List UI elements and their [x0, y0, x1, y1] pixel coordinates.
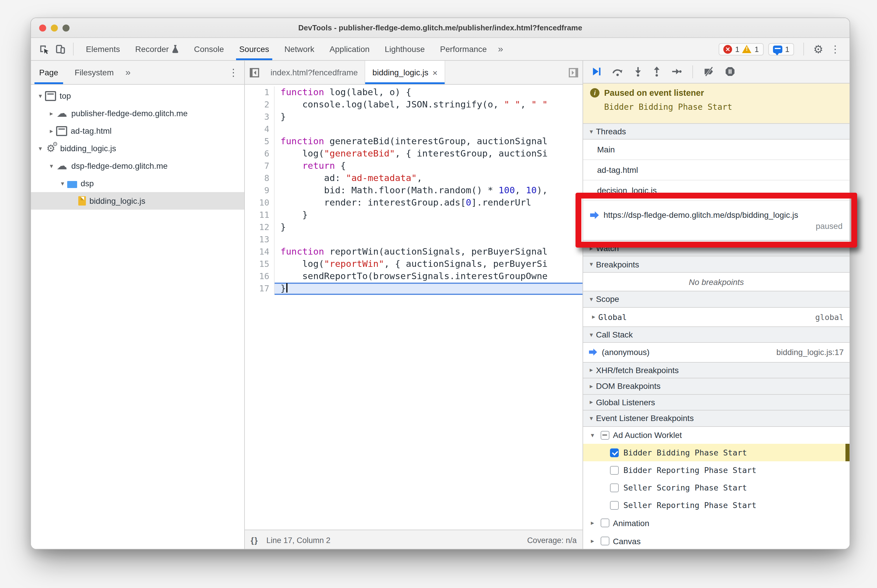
code-line-6[interactable]: 6 log("generateBid", { interestGroup, au…: [245, 148, 582, 160]
tree-item-dsp-fledge-demo-glitch-me[interactable]: ▾☁dsp-fledge-demo.glitch.me: [31, 157, 244, 175]
event-breakpoint-seller-reporting-phase-start[interactable]: Seller Reporting Phase Start: [583, 496, 850, 514]
section-threads[interactable]: Threads: [583, 123, 850, 140]
resume-script-icon[interactable]: [591, 67, 601, 77]
event-breakpoint-bidder-reporting-phase-start[interactable]: Bidder Reporting Phase Start: [583, 461, 850, 479]
messages-badge[interactable]: 1: [768, 43, 794, 55]
expand-icon[interactable]: ▸: [589, 313, 598, 321]
code-line-content[interactable]: return {: [275, 160, 582, 172]
code-line-content[interactable]: }: [275, 221, 582, 234]
editor-tab-bidding-logic[interactable]: bidding_logic.js ×: [366, 61, 445, 84]
code-line-1[interactable]: 1function log(label, o) {: [245, 86, 582, 99]
line-number[interactable]: 11: [245, 209, 275, 221]
inspect-element-icon[interactable]: [36, 41, 52, 57]
code-line-14[interactable]: 14function reportWin(auctionSignals, per…: [245, 246, 582, 258]
code-line-content[interactable]: function reportWin(auctionSignals, perBu…: [275, 246, 582, 258]
line-number[interactable]: 2: [245, 99, 275, 111]
code-line-content[interactable]: bid: Math.floor(Math.random() * 100, 10)…: [275, 184, 582, 197]
thread-row-decision-logic-js[interactable]: decision_logic.js: [583, 181, 850, 201]
line-number[interactable]: 10: [245, 197, 275, 209]
code-line-content[interactable]: }: [275, 209, 582, 221]
tree-item-bidding-logic-js[interactable]: ▾⚙bidding_logic.js: [31, 140, 244, 157]
section-call-stack[interactable]: Call Stack: [583, 326, 850, 343]
code-line-content[interactable]: render: interestGroup.ads[0].renderUrl: [275, 197, 582, 209]
tab-filesystem[interactable]: Filesystem: [66, 61, 122, 84]
code-line-4[interactable]: 4: [245, 123, 582, 135]
line-number[interactable]: 16: [245, 270, 275, 283]
thread-row-main[interactable]: Main: [583, 140, 850, 160]
tree-item-ad-tag-html[interactable]: ▸ad-tag.html: [31, 122, 244, 140]
code-line-16[interactable]: 16 sendReportTo(browserSignals.interestG…: [245, 270, 582, 283]
pause-on-exceptions-icon[interactable]: [725, 67, 735, 77]
step-into-icon[interactable]: [634, 67, 642, 77]
event-category-canvas[interactable]: ▸Canvas: [583, 532, 850, 549]
expand-icon[interactable]: ▸: [47, 110, 56, 117]
section-dom-breakpoints[interactable]: DOM Breakpoints: [583, 378, 850, 394]
panel-tab-network[interactable]: Network: [277, 38, 322, 60]
panel-tab-application[interactable]: Application: [322, 38, 377, 60]
tree-item-bidding-logic-js[interactable]: bidding_logic.js: [31, 192, 244, 210]
panel-tab-elements[interactable]: Elements: [78, 38, 128, 60]
call-stack-frame-row[interactable]: (anonymous) bidding_logic.js:17: [583, 343, 850, 362]
panel-tab-sources[interactable]: Sources: [232, 38, 277, 60]
deactivate-breakpoints-icon[interactable]: [704, 67, 715, 77]
issues-badge[interactable]: ✕ 1 1: [719, 43, 764, 55]
code-line-13[interactable]: 13: [245, 234, 582, 246]
line-number[interactable]: 3: [245, 111, 275, 123]
more-panels-chevron[interactable]: »: [494, 44, 507, 54]
checkbox-unchecked[interactable]: [610, 483, 619, 492]
code-line-10[interactable]: 10 render: interestGroup.ads[0].renderUr…: [245, 197, 582, 209]
line-number[interactable]: 15: [245, 258, 275, 270]
show-debugger-icon[interactable]: [566, 65, 580, 80]
thread-row-ad-tag-html[interactable]: ad-tag.html: [583, 160, 850, 181]
section-xhr-breakpoints[interactable]: XHR/fetch Breakpoints: [583, 362, 850, 378]
panel-tab-lighthouse[interactable]: Lighthouse: [377, 38, 432, 60]
event-breakpoint-bidder-bidding-phase-start[interactable]: Bidder Bidding Phase Start: [583, 444, 850, 461]
code-line-7[interactable]: 7 return {: [245, 160, 582, 172]
collapse-icon[interactable]: ▾: [58, 180, 67, 187]
line-number[interactable]: 9: [245, 184, 275, 197]
checkbox-unchecked[interactable]: [601, 537, 609, 545]
line-number[interactable]: 12: [245, 221, 275, 234]
event-category-ad-auction-worklet[interactable]: ▾ Ad Auction Worklet: [583, 426, 850, 444]
section-event-listener-breakpoints[interactable]: Event Listener Breakpoints: [583, 410, 850, 426]
checkbox-unchecked[interactable]: [610, 466, 619, 474]
code-line-8[interactable]: 8 ad: "ad-metadata",: [245, 172, 582, 184]
device-toolbar-icon[interactable]: [52, 41, 68, 57]
code-line-content[interactable]: function generateBid(interestGroup, auct…: [275, 135, 582, 148]
panel-tab-performance[interactable]: Performance: [432, 38, 494, 60]
code-line-5[interactable]: 5function generateBid(interestGroup, auc…: [245, 135, 582, 148]
code-line-2[interactable]: 2 console.log(label, JSON.stringify(o, "…: [245, 99, 582, 111]
code-line-content[interactable]: }: [275, 111, 582, 123]
section-breakpoints[interactable]: Breakpoints: [583, 256, 850, 273]
collapse-icon[interactable]: ▾: [36, 92, 45, 99]
tree-item-dsp[interactable]: ▾dsp: [31, 175, 244, 192]
checkbox-unchecked[interactable]: [610, 501, 619, 510]
step-icon[interactable]: [671, 67, 682, 77]
checkbox-checked[interactable]: [610, 448, 619, 457]
code-line-content[interactable]: ad: "ad-metadata",: [275, 172, 582, 184]
expand-icon[interactable]: ▸: [588, 537, 597, 545]
editor-tab-index-html[interactable]: index.html?fencedframe: [263, 61, 366, 84]
line-number[interactable]: 1: [245, 86, 275, 99]
step-over-icon[interactable]: [612, 67, 623, 77]
expand-icon[interactable]: ▸: [47, 127, 56, 135]
line-number[interactable]: 13: [245, 234, 275, 246]
hide-navigator-icon[interactable]: [247, 65, 261, 80]
step-out-icon[interactable]: [653, 67, 661, 77]
scope-global-row[interactable]: ▸ Global global: [583, 308, 850, 327]
more-navigator-tabs-chevron[interactable]: »: [122, 67, 134, 78]
panel-tab-console[interactable]: Console: [187, 38, 232, 60]
code-line-15[interactable]: 15 log("reportWin", { auctionSignals, pe…: [245, 258, 582, 270]
code-line-11[interactable]: 11 }: [245, 209, 582, 221]
collapse-icon[interactable]: ▾: [588, 432, 597, 439]
line-number[interactable]: 8: [245, 172, 275, 184]
tree-item-top[interactable]: ▾top: [31, 87, 244, 105]
checkbox-unchecked[interactable]: [601, 519, 609, 527]
expand-icon[interactable]: ▸: [588, 519, 597, 527]
current-thread-row[interactable]: https://dsp-fledge-demo.glitch.me/dsp/bi…: [583, 201, 850, 241]
collapse-icon[interactable]: ▾: [47, 162, 56, 170]
code-line-12[interactable]: 12}: [245, 221, 582, 234]
code-line-3[interactable]: 3}: [245, 111, 582, 123]
code-line-9[interactable]: 9 bid: Math.floor(Math.random() * 100, 1…: [245, 184, 582, 197]
code-line-content[interactable]: [275, 234, 582, 246]
